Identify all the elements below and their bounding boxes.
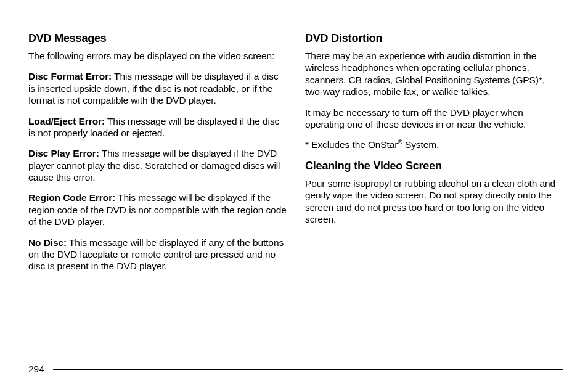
heading-cleaning-screen: Cleaning the Video Screen <box>305 160 563 173</box>
error-item-disc-play: Disc Play Error: This message will be di… <box>28 147 287 183</box>
error-item-region-code: Region Code Error: This message will be … <box>28 192 287 227</box>
error-item-load-eject: Load/Eject Error: This message will be d… <box>28 115 287 139</box>
footnote-pre: * Excludes the OnStar <box>305 139 398 150</box>
page-footer: 294 <box>28 364 563 375</box>
footer-rule <box>53 369 563 369</box>
left-column: DVD Messages The following errors may be… <box>28 32 287 281</box>
error-item-disc-format: Disc Format Error: This message will be … <box>28 70 287 106</box>
error-term: Disc Format Error: <box>28 71 112 81</box>
onstar-footnote: * Excludes the OnStar® System. <box>305 139 563 151</box>
heading-dvd-messages: DVD Messages <box>28 32 287 45</box>
error-item-no-disc: No Disc: This message will be displayed … <box>28 237 287 272</box>
heading-dvd-distortion: DVD Distortion <box>305 32 563 45</box>
cleaning-para: Pour some isopropyl or rubbing alcohol o… <box>305 178 563 226</box>
registered-mark-icon: ® <box>398 139 402 145</box>
error-term: Region Code Error: <box>28 192 115 203</box>
page-number: 294 <box>28 364 44 375</box>
error-term: No Disc: <box>28 237 67 248</box>
error-desc: This message will be displayed if any of… <box>28 237 284 272</box>
error-term: Load/Eject Error: <box>28 116 105 126</box>
intro-text: The following errors may be displayed on… <box>28 50 287 62</box>
footnote-post: System. <box>402 139 439 150</box>
page-columns: DVD Messages The following errors may be… <box>28 32 563 281</box>
distortion-para-2: It may be necessary to turn off the DVD … <box>305 107 563 131</box>
error-term: Disc Play Error: <box>28 148 99 158</box>
right-column: DVD Distortion There may be an experienc… <box>305 32 563 281</box>
distortion-para-1: There may be an experience with audio di… <box>305 50 563 98</box>
